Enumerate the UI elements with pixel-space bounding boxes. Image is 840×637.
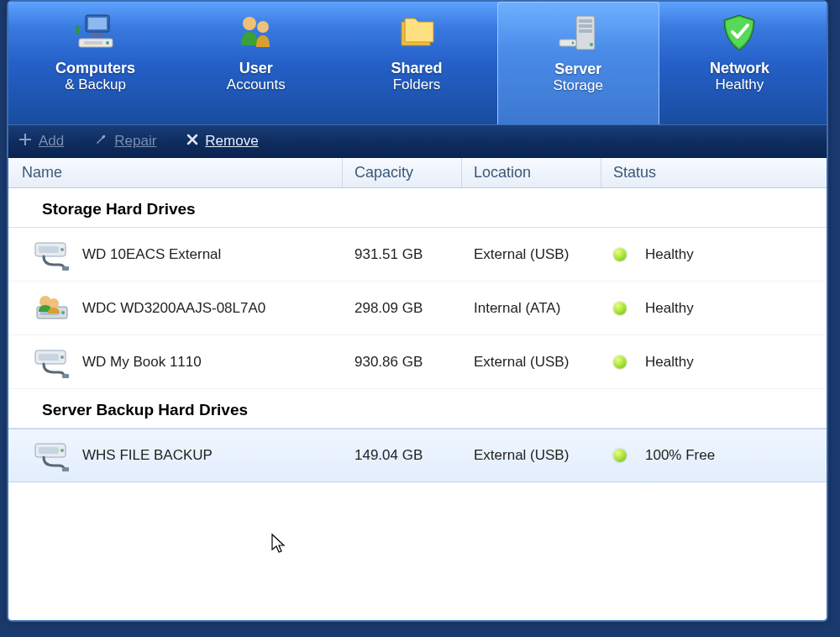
toolbar-label: Remove — [205, 133, 258, 149]
svg-point-21 — [61, 311, 65, 314]
svg-point-30 — [60, 449, 64, 452]
plus-icon — [18, 133, 32, 150]
drive-status: Healthy — [645, 300, 694, 317]
status-dot-icon — [613, 449, 627, 462]
status-dot-icon — [613, 302, 627, 315]
svg-point-14 — [572, 42, 575, 45]
add-button[interactable]: Add — [18, 133, 64, 150]
group-header: Storage Hard Drives — [8, 188, 827, 228]
column-headers: Name Capacity Location Status — [8, 158, 827, 188]
drive-row[interactable]: WD 10EACS External931.51 GBExternal (USB… — [8, 228, 827, 282]
svg-rect-25 — [39, 354, 59, 361]
toolbar-label: Repair — [114, 133, 156, 149]
nav-title: User — [239, 61, 273, 77]
svg-rect-2 — [91, 34, 104, 36]
drive-name: WDC WD3200AAJS-08L7A0 — [82, 300, 265, 317]
drive-capacity: 931.51 GB — [343, 246, 462, 263]
nav-title: Network — [710, 61, 769, 77]
drive-capacity: 930.86 GB — [343, 354, 462, 371]
nav-title: Computers — [55, 61, 135, 77]
svg-point-5 — [106, 41, 109, 45]
drive-icon — [34, 345, 71, 379]
users-icon — [233, 10, 280, 57]
svg-point-12 — [590, 43, 593, 46]
header-name[interactable]: Name — [8, 158, 343, 187]
svg-rect-29 — [39, 447, 59, 454]
svg-rect-31 — [62, 467, 69, 471]
drive-capacity: 298.09 GB — [343, 300, 462, 317]
nav-title: Shared — [391, 61, 442, 77]
nav-user-accounts[interactable]: User Accounts — [176, 2, 336, 124]
drive-status: Healthy — [645, 354, 694, 371]
nav-subtitle: Accounts — [227, 77, 286, 93]
remove-button[interactable]: Remove — [186, 133, 258, 150]
computer-icon — [72, 10, 119, 57]
svg-rect-16 — [39, 246, 59, 253]
nav-computers-backup[interactable]: Computers & Backup — [15, 2, 176, 124]
drive-icon — [34, 292, 71, 325]
toolbar: Add Repair Remove — [8, 124, 827, 158]
svg-point-7 — [257, 21, 269, 33]
header-status[interactable]: Status — [601, 158, 827, 187]
server-icon — [554, 11, 601, 58]
group-header: Server Backup Hard Drives — [8, 389, 827, 429]
drive-icon — [34, 238, 71, 271]
drive-row[interactable]: WD My Book 1110930.86 GBExternal (USB)He… — [8, 335, 827, 389]
nav-shared-folders[interactable]: Shared Folders — [336, 2, 496, 124]
drive-status: 100% Free — [645, 447, 715, 464]
svg-rect-27 — [62, 374, 69, 378]
drive-capacity: 149.04 GB — [343, 447, 462, 464]
folders-icon — [393, 10, 440, 57]
drive-icon — [34, 439, 71, 472]
header-capacity[interactable]: Capacity — [343, 158, 462, 187]
nav-subtitle: Storage — [553, 78, 603, 94]
svg-point-23 — [49, 298, 59, 308]
svg-rect-10 — [579, 24, 592, 28]
nav-network-health[interactable]: Network Healthy — [659, 2, 820, 124]
svg-rect-9 — [579, 19, 592, 23]
nav-subtitle: Healthy — [716, 77, 764, 93]
drive-location: Internal (ATA) — [462, 300, 601, 317]
drive-name: WD My Book 1110 — [82, 354, 202, 371]
header-location[interactable]: Location — [462, 158, 601, 187]
svg-rect-11 — [579, 29, 592, 33]
drive-name: WD 10EACS External — [82, 246, 221, 263]
svg-rect-18 — [62, 266, 69, 271]
main-nav: Computers & Backup User Accounts — [8, 2, 827, 124]
wrench-icon — [94, 133, 108, 150]
svg-rect-1 — [88, 18, 107, 29]
nav-subtitle: Folders — [393, 77, 441, 93]
drive-location: External (USB) — [462, 246, 601, 263]
drive-row[interactable]: WDC WD3200AAJS-08L7A0298.09 GBInternal (… — [8, 282, 827, 335]
svg-point-17 — [60, 248, 64, 251]
svg-point-6 — [243, 17, 256, 30]
status-dot-icon — [613, 248, 627, 261]
app-window: Computers & Backup User Accounts — [7, 0, 828, 622]
svg-rect-4 — [84, 41, 102, 45]
nav-title: Server — [554, 61, 601, 78]
drive-row[interactable]: WHS FILE BACKUP149.04 GBExternal (USB)10… — [8, 429, 827, 482]
nav-subtitle: & Backup — [65, 77, 126, 93]
status-dot-icon — [613, 355, 627, 369]
drive-location: External (USB) — [462, 354, 601, 371]
drive-name: WHS FILE BACKUP — [82, 447, 213, 464]
drive-list: Storage Hard DrivesWD 10EACS External931… — [8, 188, 827, 482]
repair-button[interactable]: Repair — [94, 133, 156, 150]
toolbar-label: Add — [39, 133, 64, 149]
svg-point-26 — [60, 355, 64, 359]
nav-server-storage[interactable]: Server Storage — [497, 2, 659, 124]
close-icon — [186, 133, 198, 150]
drive-status: Healthy — [645, 246, 694, 263]
shield-icon — [716, 10, 763, 57]
drive-location: External (USB) — [462, 447, 601, 464]
